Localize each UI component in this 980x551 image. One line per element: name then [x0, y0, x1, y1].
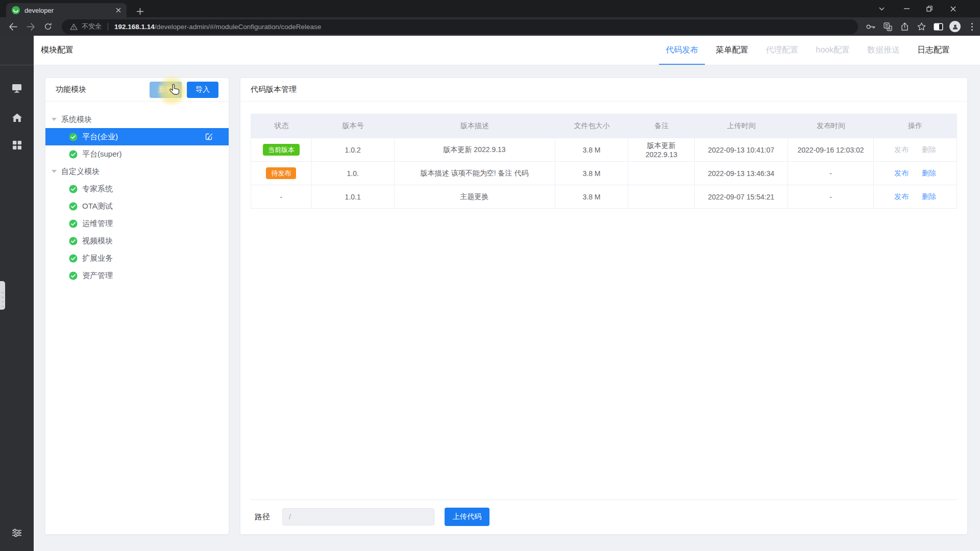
tree-item-label: 平台(企业) — [82, 132, 118, 142]
module-tree: 系统模块 平台(企业) 平台(super) — [45, 102, 229, 284]
tab-proxy-config[interactable]: 代理配置 — [757, 36, 807, 65]
browser-tab-strip: developer — [0, 0, 980, 17]
check-circle-icon — [69, 271, 78, 280]
tab-search-chevron-icon[interactable] — [871, 1, 892, 16]
reload-button[interactable] — [40, 19, 56, 34]
drawer-expand-handle[interactable] — [0, 281, 5, 310]
publish-link[interactable]: 发布 — [894, 192, 909, 202]
status-cell: 当前版本 — [251, 138, 312, 161]
tree-group-row[interactable]: 自定义模块 — [45, 163, 229, 180]
check-circle-icon — [69, 150, 78, 159]
tree-item-label: 扩展业务 — [82, 254, 113, 263]
tree-group-row[interactable]: 系统模块 — [45, 111, 229, 128]
tab-menu-config[interactable]: 菜单配置 — [707, 36, 757, 65]
browser-toolbar: 不安全 192.168.1.14/developer-admin/#/modul… — [0, 17, 980, 36]
upload-code-button[interactable]: 上传代码 — [445, 508, 489, 526]
window-restore-button[interactable] — [919, 1, 940, 16]
window-close-button[interactable] — [943, 1, 963, 16]
forward-button[interactable] — [23, 19, 38, 34]
tree-item-row[interactable]: 扩展业务 — [45, 249, 229, 267]
delete-link[interactable]: 删除 — [922, 145, 936, 155]
column-header: 发布时间 — [788, 121, 874, 131]
release-time-cell: 2022-09-16 12:03:02 — [788, 138, 874, 161]
omnibox-separator — [108, 23, 108, 31]
publish-link[interactable]: 发布 — [894, 145, 909, 155]
tree-item-label: 运维管理 — [82, 219, 113, 229]
actions-cell: 发布 删除 — [874, 162, 957, 185]
tab-log-config[interactable]: 日志配置 — [909, 36, 959, 65]
url-path[interactable]: /developer-admin/#/moduleConfiguration/c… — [155, 23, 321, 31]
share-icon[interactable] — [897, 19, 912, 34]
check-circle-icon — [69, 133, 78, 141]
password-key-icon[interactable] — [863, 19, 878, 34]
code-version-title: 代码版本管理 — [251, 85, 297, 94]
tree-item-row[interactable]: OTA测试 — [45, 197, 229, 215]
window-minimize-button[interactable] — [896, 1, 917, 16]
monitor-icon[interactable] — [0, 78, 34, 98]
status-cell: 待发布 — [251, 162, 312, 185]
tab-hook-config[interactable]: hook配置 — [807, 36, 859, 65]
browser-menu-kebab-icon[interactable] — [964, 19, 979, 34]
tree-item-row[interactable]: 资产管理 — [45, 267, 229, 284]
tree-item-row[interactable]: 专家系统 — [45, 180, 229, 197]
description-cell: 版本描述 该项不能为空! 备注 代码 — [395, 162, 555, 185]
new-tab-button[interactable] — [134, 5, 146, 17]
actions-cell: 发布 删除 — [874, 138, 957, 161]
column-header: 上传时间 — [695, 121, 788, 131]
delete-link[interactable]: 删除 — [922, 192, 936, 202]
tree-item-row[interactable]: 视频模块 — [45, 232, 229, 249]
home-icon[interactable] — [0, 107, 34, 128]
table-row: 待发布 1.0. 版本描述 该项不能为空! 备注 代码 3.8 M 2022-0… — [251, 161, 957, 185]
check-circle-icon — [69, 254, 78, 263]
status-badge: - — [280, 193, 283, 201]
tree-item-label: 专家系统 — [82, 184, 113, 194]
upload-time-cell: 2022-09-13 10:41:07 — [695, 138, 788, 161]
caret-down-icon[interactable] — [52, 170, 57, 173]
remark-cell — [628, 185, 695, 208]
settings-sliders-icon[interactable] — [0, 522, 34, 543]
browser-tab[interactable]: developer — [6, 3, 127, 17]
caret-down-icon[interactable] — [52, 118, 57, 121]
tree-item-label: 平台(super) — [82, 149, 122, 159]
column-header: 备注 — [628, 121, 695, 131]
site-favicon-icon — [11, 6, 20, 15]
tab-code-release[interactable]: 代码发布 — [657, 36, 707, 65]
tree-item-row[interactable]: 平台(企业) — [45, 128, 229, 145]
side-panel-icon[interactable] — [930, 19, 946, 34]
tree-item-row[interactable]: 平台(super) — [45, 145, 229, 163]
security-label[interactable]: 不安全 — [82, 22, 102, 31]
version-cell: 1.0.2 — [312, 138, 395, 161]
remark-cell: 版本更新 2022.9.13 — [628, 138, 695, 161]
tree-item-row[interactable]: 运维管理 — [45, 215, 229, 232]
upload-time-cell: 2022-09-13 13:46:34 — [695, 162, 788, 185]
tree-item-label: 资产管理 — [82, 271, 113, 281]
bookmark-star-icon[interactable] — [914, 19, 929, 34]
url-host[interactable]: 192.168.1.14 — [114, 23, 155, 31]
version-cell: 1.0.1 — [312, 185, 395, 208]
tab-data-push[interactable]: 数据推送 — [859, 36, 909, 65]
status-badge: 当前版本 — [263, 144, 300, 156]
apps-grid-icon[interactable] — [0, 135, 34, 155]
publish-link[interactable]: 发布 — [894, 169, 909, 178]
remark-cell — [628, 162, 695, 185]
delete-link[interactable]: 删除 — [922, 169, 936, 178]
check-circle-icon — [69, 185, 78, 193]
add-module-button[interactable]: 新增 — [150, 82, 182, 98]
profile-avatar[interactable] — [947, 19, 963, 34]
content-area: 功能模块 新增 导入 系统模块 平台(企业) — [34, 65, 980, 551]
column-header: 版本号 — [312, 121, 395, 131]
check-circle-icon — [69, 237, 78, 245]
back-button[interactable] — [5, 19, 20, 34]
edit-module-icon[interactable] — [205, 133, 213, 141]
import-module-button[interactable]: 导入 — [187, 82, 218, 98]
package-size-cell: 3.8 M — [555, 138, 629, 161]
address-bar[interactable]: 不安全 192.168.1.14/developer-admin/#/modul… — [62, 19, 858, 34]
function-modules-header: 功能模块 新增 导入 — [45, 78, 229, 102]
code-version-panel: 代码版本管理 状态 版本号 版本描述 文件包大小 备注 上传时间 发布时间 操作… — [240, 78, 968, 535]
tab-close-icon[interactable] — [114, 6, 122, 14]
column-header: 版本描述 — [395, 121, 555, 131]
translate-icon[interactable] — [880, 19, 895, 34]
path-input[interactable] — [282, 508, 434, 525]
check-circle-icon — [69, 219, 78, 228]
column-header: 操作 — [874, 121, 957, 131]
